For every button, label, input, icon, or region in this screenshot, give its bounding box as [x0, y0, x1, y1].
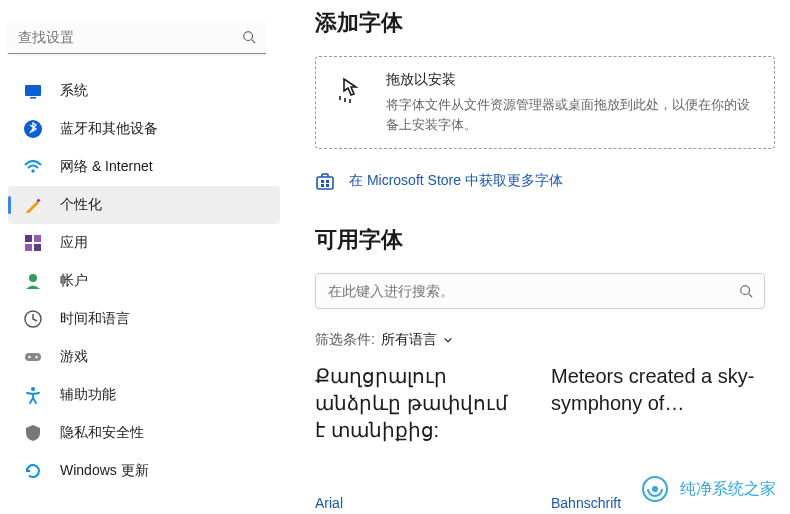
font-name: Arial [315, 495, 523, 511]
svg-point-0 [244, 32, 253, 41]
drop-text: 拖放以安装 将字体文件从文件资源管理器或桌面拖放到此处，以便在你的设备上安装字体… [386, 71, 756, 134]
svg-rect-24 [326, 184, 329, 187]
filter-label: 筛选条件: [315, 331, 375, 349]
nav-item-update[interactable]: Windows 更新 [8, 452, 280, 490]
watermark-icon [640, 474, 670, 504]
font-dropzone[interactable]: 拖放以安装 将字体文件从文件资源管理器或桌面拖放到此处，以便在你的设备上安装字体… [315, 56, 775, 149]
svg-rect-7 [25, 235, 32, 242]
accounts-icon [24, 272, 42, 290]
chevron-down-icon [443, 335, 453, 345]
settings-search-wrap [8, 20, 266, 54]
settings-search-input[interactable] [8, 20, 266, 54]
nav-label: 隐私和安全性 [60, 424, 144, 442]
available-fonts-title: 可用字体 [315, 225, 775, 255]
time-language-icon [24, 310, 42, 328]
svg-rect-20 [317, 177, 333, 189]
svg-point-16 [31, 387, 35, 391]
svg-point-14 [28, 356, 30, 358]
nav-item-accessibility[interactable]: 辅助功能 [8, 376, 280, 414]
ms-store-link[interactable]: 在 Microsoft Store 中获取更多字体 [315, 167, 775, 195]
svg-line-1 [252, 40, 256, 44]
svg-point-15 [35, 356, 37, 358]
nav-label: 蓝牙和其他设备 [60, 120, 158, 138]
privacy-icon [24, 424, 42, 442]
font-preview: Քաղցրալուր անձրևը թափվում է տանիքից: [315, 363, 523, 483]
store-link-text: 在 Microsoft Store 中获取更多字体 [349, 172, 563, 190]
nav-label: 个性化 [60, 196, 102, 214]
filter-value-text: 所有语言 [381, 331, 437, 349]
network-icon [24, 158, 42, 176]
nav-label: Windows 更新 [60, 462, 149, 480]
search-icon [242, 30, 256, 44]
font-card-arial[interactable]: Քաղցրալուր անձրևը թափվում է տանիքից: Ari… [315, 363, 523, 514]
nav-label: 时间和语言 [60, 310, 130, 328]
svg-rect-13 [25, 353, 41, 361]
sidebar: 系统 蓝牙和其他设备 网络 & Internet 个性化 应用 帐户 时间和语言 [0, 0, 280, 514]
nav-item-system[interactable]: 系统 [8, 72, 280, 110]
update-icon [24, 462, 42, 480]
font-card-info: Arial 5 种字体 [315, 495, 523, 514]
system-icon [24, 82, 42, 100]
nav-label: 辅助功能 [60, 386, 116, 404]
personalization-icon [24, 196, 42, 214]
available-fonts-section: 可用字体 筛选条件: 所有语言 Քաղցրալուր անձրևը թափվու… [315, 225, 775, 514]
nav-label: 应用 [60, 234, 88, 252]
nav-item-gaming[interactable]: 游戏 [8, 338, 280, 376]
store-icon [315, 171, 335, 191]
svg-rect-3 [30, 97, 36, 99]
svg-rect-10 [34, 244, 41, 251]
nav-label: 系统 [60, 82, 88, 100]
nav-label: 网络 & Internet [60, 158, 153, 176]
add-fonts-title: 添加字体 [315, 8, 775, 38]
nav-item-network[interactable]: 网络 & Internet [8, 148, 280, 186]
drag-drop-icon [334, 73, 366, 105]
nav-label: 游戏 [60, 348, 88, 366]
nav-item-bluetooth[interactable]: 蓝牙和其他设备 [8, 110, 280, 148]
filter-dropdown[interactable]: 所有语言 [381, 331, 453, 349]
svg-point-11 [29, 274, 37, 282]
svg-point-25 [741, 286, 750, 295]
nav-item-apps[interactable]: 应用 [8, 224, 280, 262]
gaming-icon [24, 348, 42, 366]
svg-line-26 [749, 294, 753, 298]
drop-subtitle: 将字体文件从文件资源管理器或桌面拖放到此处，以便在你的设备上安装字体。 [386, 95, 756, 134]
nav-item-accounts[interactable]: 帐户 [8, 262, 280, 300]
drop-title: 拖放以安装 [386, 71, 756, 89]
nav-item-privacy[interactable]: 隐私和安全性 [8, 414, 280, 452]
svg-point-28 [652, 486, 658, 492]
main-content: 添加字体 拖放以安装 将字体文件从文件资源管理器或桌面拖放到此处，以便在你的设备… [315, 0, 775, 514]
filter-row: 筛选条件: 所有语言 [315, 331, 775, 349]
font-search-input[interactable] [315, 273, 765, 309]
watermark: 纯净系统之家 [640, 474, 776, 504]
svg-rect-9 [25, 244, 32, 251]
watermark-text: 纯净系统之家 [680, 479, 776, 500]
nav-label: 帐户 [60, 272, 88, 290]
svg-rect-2 [25, 85, 41, 96]
svg-rect-21 [321, 180, 324, 183]
accessibility-icon [24, 386, 42, 404]
search-icon [739, 284, 753, 298]
nav-item-personalization[interactable]: 个性化 [8, 186, 280, 224]
font-preview: Meteors created a sky-symphony of… [551, 363, 759, 483]
font-search-wrap [315, 273, 765, 309]
nav-item-time-language[interactable]: 时间和语言 [8, 300, 280, 338]
svg-rect-23 [321, 184, 324, 187]
nav: 系统 蓝牙和其他设备 网络 & Internet 个性化 应用 帐户 时间和语言 [8, 72, 280, 490]
svg-point-5 [31, 169, 34, 172]
svg-rect-8 [34, 235, 41, 242]
bluetooth-icon [24, 120, 42, 138]
svg-rect-22 [326, 180, 329, 183]
apps-icon [24, 234, 42, 252]
